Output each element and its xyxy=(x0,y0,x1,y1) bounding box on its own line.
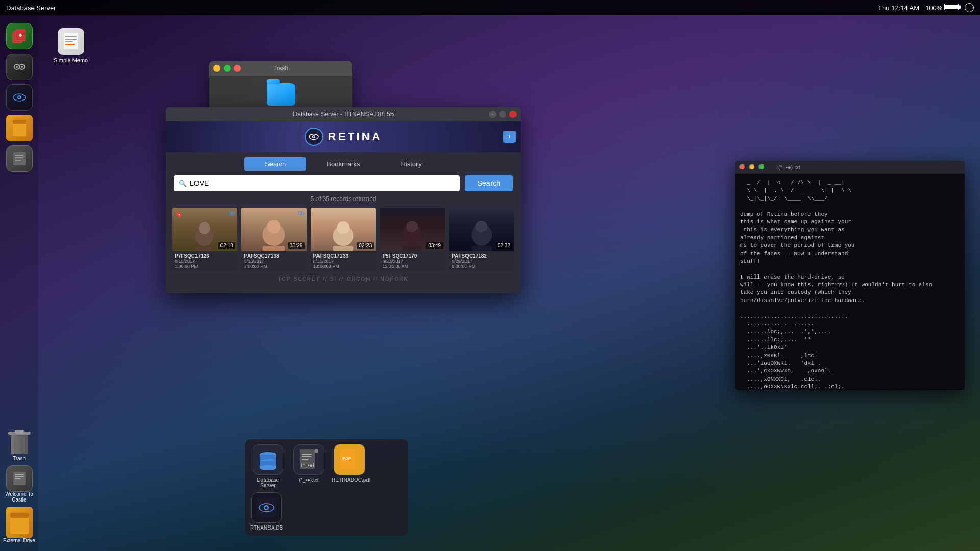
gears-icon[interactable] xyxy=(6,54,33,80)
svg-point-38 xyxy=(231,212,233,214)
thumbnail-info-4: PAFSQC17182 8/29/2017 8:00:00 PM xyxy=(449,251,514,271)
taskbar-txt-label: (*_•●).txt xyxy=(299,477,319,483)
thumbnail-card-2[interactable]: 02:23 PAFSQC17133 8/15/2017 10:00:00 PM xyxy=(311,208,376,271)
memo-svg xyxy=(62,32,80,51)
db-search-button[interactable]: Search xyxy=(465,175,513,191)
taskbar-pdf[interactable]: PDF RETINADOC.pdf xyxy=(332,444,368,488)
pdf-taskbar-icon[interactable]: PDF xyxy=(334,444,365,475)
svg-rect-52 xyxy=(403,246,422,251)
term-line-23: ...'looOXWKl. 'dkl . xyxy=(740,360,960,367)
dock-item-ext-drive[interactable]: External Drive xyxy=(3,507,35,543)
terminal-title: (*_•●).txt xyxy=(778,164,800,170)
db-search-row: 🔍 Search xyxy=(166,175,521,191)
trash-icon[interactable] xyxy=(6,430,33,456)
tab-history[interactable]: History xyxy=(380,157,442,171)
dock: ♥ ♠ xyxy=(0,15,38,551)
simple-memo-desktop-icon[interactable]: Simple Memo xyxy=(54,28,88,63)
eye-svg xyxy=(11,89,28,106)
tab-bookmarks[interactable]: Bookmarks xyxy=(306,157,380,171)
db-titlebar: Database Server - RTNANSA.DB: 55 – □ ✕ xyxy=(166,107,521,121)
user-icon xyxy=(965,3,974,12)
notepad-icon[interactable] xyxy=(6,145,33,172)
term-line-21: ...'.,lk0xl' xyxy=(740,344,960,352)
terminal-min-btn[interactable] xyxy=(749,164,755,170)
taskbar-row2: RTNANSA.DB xyxy=(250,492,403,531)
tab-search[interactable]: Search xyxy=(244,157,306,171)
ext-drive-icon[interactable] xyxy=(6,507,33,538)
dock-item-drive[interactable] xyxy=(6,115,33,141)
thumb-id-3: P5FSQC17170 xyxy=(382,253,443,259)
cards-icon[interactable]: ♥ ♠ xyxy=(6,23,33,49)
trash-label: Trash xyxy=(13,456,26,461)
eye-icon[interactable] xyxy=(6,84,33,111)
svg-text:(*_•●): (*_•●) xyxy=(300,463,315,468)
thumbnail-card-3[interactable]: 03:49 P5FSQC17170 8/23/2017 12:35:00 AM xyxy=(380,208,445,271)
person-silhouette-4 xyxy=(449,220,514,251)
term-line-14: take you into custody (which they xyxy=(740,289,960,296)
taskbar-txt-file[interactable]: (*_•●) (*_•●).txt xyxy=(293,444,324,488)
thumb-date-1: 8/15/2017 xyxy=(244,259,304,264)
retina-header: RETINA i xyxy=(166,121,521,152)
dock-item-trash[interactable]: Trash xyxy=(6,430,33,461)
db-search-input[interactable] xyxy=(190,179,455,187)
taskbar-bottom: Database Server (*_•●) (*_•●).txt PDF xyxy=(245,439,408,536)
txt-file-taskbar-icon[interactable]: (*_•●) xyxy=(293,444,324,475)
rtnansa-icon-svg xyxy=(255,496,278,519)
terminal-close-btn[interactable] xyxy=(739,164,746,170)
db-restore-btn[interactable]: □ xyxy=(499,111,506,118)
rtnansa-taskbar-icon[interactable] xyxy=(251,492,282,523)
svg-point-48 xyxy=(337,221,349,234)
svg-rect-41 xyxy=(195,247,213,251)
txt-file-icon-svg: (*_•●) xyxy=(298,448,320,471)
thumbnail-card-4[interactable]: 02:32 PAFSQC17182 8/29/2017 8:00:00 PM xyxy=(449,208,514,271)
thumbnail-card-1[interactable]: 03:29 PAFSQC17138 8/15/2017 7:00:00 PM xyxy=(241,208,307,271)
db-minimize-btn[interactable]: – xyxy=(489,111,496,118)
battery-icon xyxy=(944,4,959,10)
thumbnail-img-4: 02:32 xyxy=(449,208,514,251)
db-search-input-wrap: 🔍 xyxy=(174,175,460,191)
thumb-date-2: 8/15/2017 xyxy=(313,259,374,264)
terminal-window: (*_•●).txt _ / | < / /\ \ | _ __| \ \ | … xyxy=(735,161,965,390)
svg-point-36 xyxy=(313,136,314,138)
dock-item-welcome[interactable]: Welcome To Castle xyxy=(0,465,38,503)
taskbar-rtnansa[interactable]: RTNANSA.DB xyxy=(250,492,283,531)
cards-svg: ♥ ♠ xyxy=(11,28,28,45)
thumbnail-img-2: 02:23 xyxy=(311,208,376,251)
term-line-13: will -- you know this, right???) It woul… xyxy=(740,281,960,289)
term-line-22: ....,x0KKl. ,lcc. xyxy=(740,352,960,360)
db-close-btn[interactable]: ✕ xyxy=(509,111,517,118)
trash-titlebar: Trash xyxy=(209,61,352,76)
db-server-taskbar-icon[interactable] xyxy=(253,444,283,475)
terminal-max-btn[interactable] xyxy=(758,164,765,170)
svg-point-40 xyxy=(199,222,210,234)
svg-point-54 xyxy=(476,221,488,232)
term-line-7: already partioned against xyxy=(740,234,960,242)
dock-item-cards[interactable]: ♥ ♠ xyxy=(6,23,33,49)
taskbar-db-server-label: Database Server xyxy=(250,477,286,488)
svg-rect-33 xyxy=(65,44,75,45)
svg-text:♠: ♠ xyxy=(18,31,22,38)
trash-minimize-btn[interactable] xyxy=(213,65,220,72)
svg-point-5 xyxy=(16,66,18,68)
dock-item-gears[interactable] xyxy=(6,54,33,80)
thumbnail-card-0[interactable]: 🔖 02:18 P7FSQC17126 8/15/2017 1:00:0 xyxy=(172,208,237,271)
dock-item-notepad[interactable] xyxy=(6,145,33,172)
simple-memo-label: Simple Memo xyxy=(54,57,88,63)
svg-rect-13 xyxy=(13,152,26,165)
dock-item-eye[interactable] xyxy=(6,84,33,111)
retina-info-button[interactable]: i xyxy=(503,131,516,143)
thumbnail-img-3: 03:49 xyxy=(380,208,445,251)
simple-memo-icon[interactable] xyxy=(58,28,84,55)
term-line-15: burn/dissolve/pulverize the hardware. xyxy=(740,297,960,305)
secret-classification-bar: TOP SECRET // SI // ORCON // NOFORN xyxy=(166,276,521,282)
drive-svg xyxy=(11,117,28,139)
welcome-icon[interactable] xyxy=(6,465,33,492)
trash-maximize-btn[interactable] xyxy=(224,65,231,72)
taskbar-db-server[interactable]: Database Server xyxy=(250,444,286,488)
trash-folder-icon xyxy=(267,83,295,106)
trash-close-btn[interactable] xyxy=(234,65,241,72)
drive-icon[interactable] xyxy=(6,115,33,141)
term-line-11 xyxy=(740,265,960,273)
thumb-id-0: P7FSQC17126 xyxy=(175,253,235,259)
db-server-icon-svg xyxy=(258,449,278,470)
